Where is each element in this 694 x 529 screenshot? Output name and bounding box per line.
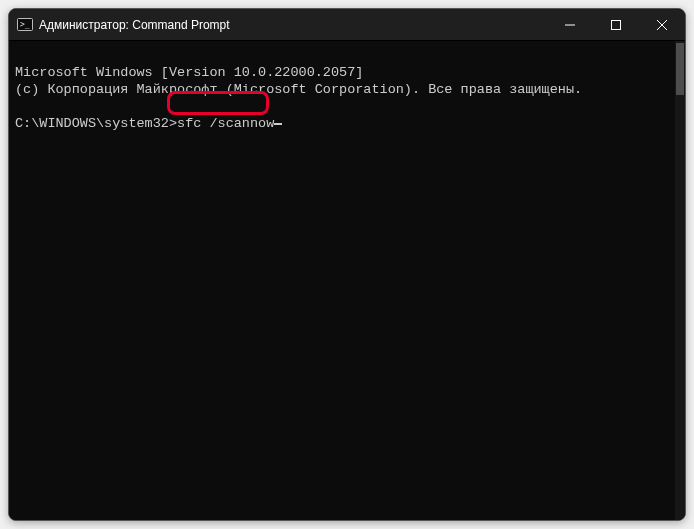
- window-controls: [547, 9, 685, 40]
- prompt-path: C:\WINDOWS\system32>: [15, 116, 177, 131]
- prompt-line: C:\WINDOWS\system32>sfc /scannow: [15, 116, 282, 131]
- typed-command: sfc /scannow: [177, 116, 274, 131]
- output-line: (c) Корпорация Майкрософт (Microsoft Cor…: [15, 82, 582, 97]
- maximize-button[interactable]: [593, 9, 639, 40]
- terminal-body: Microsoft Windows [Version 10.0.22000.20…: [9, 41, 685, 520]
- output-line: Microsoft Windows [Version 10.0.22000.20…: [15, 65, 363, 80]
- vertical-scrollbar[interactable]: [675, 41, 685, 520]
- close-button[interactable]: [639, 9, 685, 40]
- minimize-button[interactable]: [547, 9, 593, 40]
- titlebar[interactable]: >_ Администратор: Command Prompt: [9, 9, 685, 41]
- text-cursor: [274, 123, 282, 125]
- cmd-icon: >_: [17, 17, 33, 33]
- terminal-content[interactable]: Microsoft Windows [Version 10.0.22000.20…: [9, 41, 675, 520]
- svg-rect-3: [612, 20, 621, 29]
- command-prompt-window: >_ Администратор: Command Prompt Microso…: [8, 8, 686, 521]
- window-title: Администратор: Command Prompt: [39, 18, 230, 32]
- scrollbar-thumb[interactable]: [676, 43, 684, 95]
- svg-text:>_: >_: [20, 20, 30, 29]
